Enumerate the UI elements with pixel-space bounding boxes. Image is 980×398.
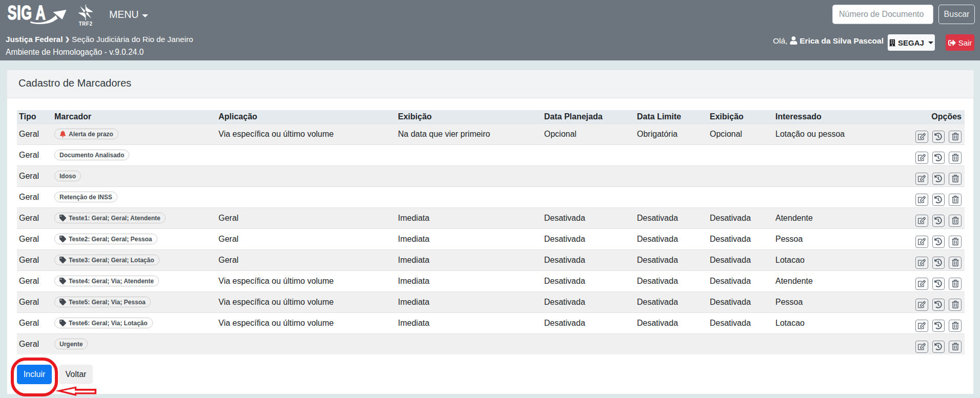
svg-text:SIG: SIG [8, 3, 32, 24]
svg-text:A: A [36, 3, 46, 24]
